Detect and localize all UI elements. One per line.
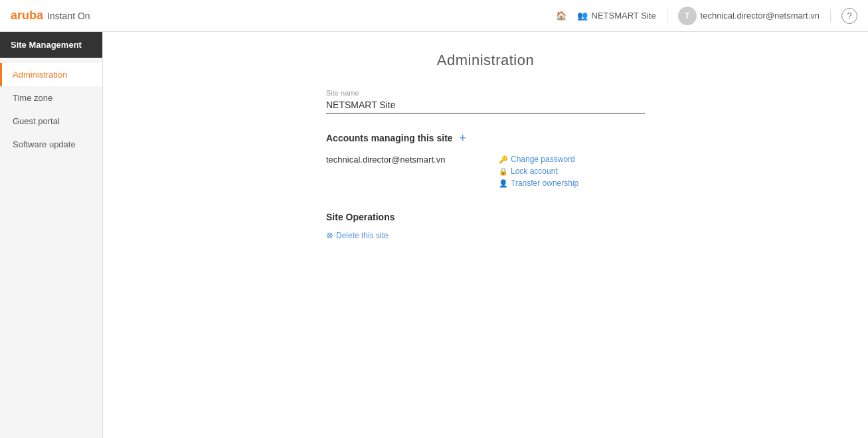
page-title: Administration <box>130 52 841 69</box>
user-email-nav: technical.director@netsmart.vn <box>701 11 820 21</box>
sidebar-item-administration[interactable]: Administration <box>0 63 102 86</box>
lock-account-link[interactable]: 🔒 Lock account <box>499 167 578 176</box>
site-name-nav: NETSMART Site <box>592 11 656 21</box>
site-name-label: Site name <box>326 89 645 97</box>
sidebar-item-guest-portal[interactable]: Guest portal <box>0 110 102 133</box>
avatar: T <box>678 7 697 25</box>
delete-site-label: Delete this site <box>336 231 389 240</box>
product-name-text: Instant On <box>47 11 90 21</box>
top-nav-right: 🏠 👥 NETSMART Site T technical.director@n… <box>556 7 857 25</box>
aruba-brand-text: aruba <box>11 9 43 23</box>
transfer-ownership-link[interactable]: 👤 Transfer ownership <box>499 179 578 188</box>
site-people-icon: 👥 <box>577 11 588 21</box>
accounts-section-header: Accounts managing this site + <box>326 132 645 144</box>
sidebar-header: Site Management <box>0 32 102 58</box>
form-section: Site name NETSMART Site Accounts managin… <box>326 89 645 240</box>
nav-divider <box>667 9 667 23</box>
accounts-section: Accounts managing this site + technical.… <box>326 132 645 188</box>
top-nav: aruba Instant On 🏠 👥 NETSMART Site T tec… <box>0 0 868 32</box>
brand-area: aruba Instant On <box>11 9 90 23</box>
sidebar: Site Management Administration Time zone… <box>0 32 103 438</box>
home-icon[interactable]: 🏠 <box>556 11 566 21</box>
help-icon[interactable]: ? <box>841 8 857 24</box>
sidebar-item-timezone[interactable]: Time zone <box>0 86 102 110</box>
transfer-ownership-label: Transfer ownership <box>511 179 578 188</box>
add-account-button[interactable]: + <box>460 132 467 144</box>
account-row: technical.director@netsmart.vn 🔑 Change … <box>326 155 645 188</box>
accounts-section-title: Accounts managing this site <box>326 133 453 143</box>
transfer-icon: 👤 <box>499 179 508 188</box>
user-info[interactable]: T technical.director@netsmart.vn <box>678 7 820 25</box>
lock-account-label: Lock account <box>511 167 558 176</box>
operations-title: Site Operations <box>326 212 645 222</box>
site-info: 👥 NETSMART Site <box>577 11 656 21</box>
site-name-group: Site name NETSMART Site <box>326 89 645 113</box>
change-password-link[interactable]: 🔑 Change password <box>499 155 578 164</box>
change-password-label: Change password <box>511 155 575 164</box>
account-email: technical.director@netsmart.vn <box>326 155 459 165</box>
nav-divider-2 <box>830 9 831 23</box>
account-actions: 🔑 Change password 🔒 Lock account 👤 Trans… <box>499 155 578 188</box>
content-area: Administration Site name NETSMART Site A… <box>103 32 868 438</box>
main-layout: Site Management Administration Time zone… <box>0 32 868 438</box>
delete-circle-icon: ⊗ <box>326 230 333 240</box>
operations-section: Site Operations ⊗ Delete this site <box>326 212 645 240</box>
site-name-value[interactable]: NETSMART Site <box>326 100 645 113</box>
delete-site-link[interactable]: ⊗ Delete this site <box>326 230 645 240</box>
sidebar-item-software-update[interactable]: Software update <box>0 133 102 156</box>
aruba-logo: aruba Instant On <box>11 9 90 23</box>
lock-icon: 🔒 <box>499 167 508 176</box>
key-icon: 🔑 <box>499 155 508 164</box>
sidebar-nav: Administration Time zone Guest portal So… <box>0 58 102 156</box>
